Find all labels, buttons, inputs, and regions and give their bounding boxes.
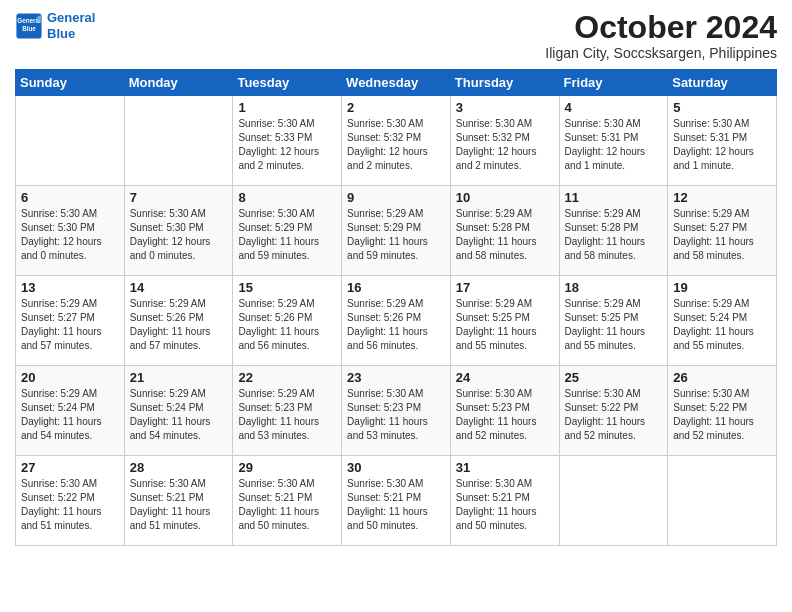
calendar-cell — [559, 456, 668, 546]
weekday-header: Saturday — [668, 70, 777, 96]
day-detail: Sunrise: 5:29 AM Sunset: 5:24 PM Dayligh… — [673, 297, 771, 353]
title-block: October 2024 Iligan City, Soccsksargen, … — [545, 10, 777, 61]
calendar-cell: 8Sunrise: 5:30 AM Sunset: 5:29 PM Daylig… — [233, 186, 342, 276]
day-detail: Sunrise: 5:30 AM Sunset: 5:33 PM Dayligh… — [238, 117, 336, 173]
day-detail: Sunrise: 5:29 AM Sunset: 5:24 PM Dayligh… — [21, 387, 119, 443]
calendar-cell: 6Sunrise: 5:30 AM Sunset: 5:30 PM Daylig… — [16, 186, 125, 276]
day-number: 7 — [130, 190, 228, 205]
calendar-cell: 23Sunrise: 5:30 AM Sunset: 5:23 PM Dayli… — [342, 366, 451, 456]
calendar-cell: 26Sunrise: 5:30 AM Sunset: 5:22 PM Dayli… — [668, 366, 777, 456]
calendar-cell: 14Sunrise: 5:29 AM Sunset: 5:26 PM Dayli… — [124, 276, 233, 366]
day-number: 18 — [565, 280, 663, 295]
logo-icon: General Blue — [15, 12, 43, 40]
calendar-cell: 30Sunrise: 5:30 AM Sunset: 5:21 PM Dayli… — [342, 456, 451, 546]
calendar-cell: 28Sunrise: 5:30 AM Sunset: 5:21 PM Dayli… — [124, 456, 233, 546]
day-number: 26 — [673, 370, 771, 385]
day-detail: Sunrise: 5:29 AM Sunset: 5:26 PM Dayligh… — [347, 297, 445, 353]
day-detail: Sunrise: 5:30 AM Sunset: 5:32 PM Dayligh… — [347, 117, 445, 173]
day-number: 30 — [347, 460, 445, 475]
svg-text:Blue: Blue — [22, 24, 36, 31]
calendar-cell: 5Sunrise: 5:30 AM Sunset: 5:31 PM Daylig… — [668, 96, 777, 186]
calendar-cell: 3Sunrise: 5:30 AM Sunset: 5:32 PM Daylig… — [450, 96, 559, 186]
calendar-cell: 22Sunrise: 5:29 AM Sunset: 5:23 PM Dayli… — [233, 366, 342, 456]
calendar-cell: 19Sunrise: 5:29 AM Sunset: 5:24 PM Dayli… — [668, 276, 777, 366]
weekday-header: Friday — [559, 70, 668, 96]
day-detail: Sunrise: 5:29 AM Sunset: 5:26 PM Dayligh… — [238, 297, 336, 353]
calendar-cell: 21Sunrise: 5:29 AM Sunset: 5:24 PM Dayli… — [124, 366, 233, 456]
calendar-cell — [124, 96, 233, 186]
day-detail: Sunrise: 5:30 AM Sunset: 5:31 PM Dayligh… — [673, 117, 771, 173]
page-header: General Blue General Blue October 2024 I… — [15, 10, 777, 61]
day-detail: Sunrise: 5:30 AM Sunset: 5:21 PM Dayligh… — [456, 477, 554, 533]
day-number: 6 — [21, 190, 119, 205]
day-detail: Sunrise: 5:29 AM Sunset: 5:27 PM Dayligh… — [673, 207, 771, 263]
weekday-header: Sunday — [16, 70, 125, 96]
day-detail: Sunrise: 5:30 AM Sunset: 5:22 PM Dayligh… — [21, 477, 119, 533]
day-number: 11 — [565, 190, 663, 205]
day-number: 10 — [456, 190, 554, 205]
weekday-header: Wednesday — [342, 70, 451, 96]
day-number: 22 — [238, 370, 336, 385]
day-number: 12 — [673, 190, 771, 205]
day-number: 19 — [673, 280, 771, 295]
day-number: 15 — [238, 280, 336, 295]
day-detail: Sunrise: 5:30 AM Sunset: 5:22 PM Dayligh… — [673, 387, 771, 443]
day-detail: Sunrise: 5:30 AM Sunset: 5:21 PM Dayligh… — [347, 477, 445, 533]
day-detail: Sunrise: 5:29 AM Sunset: 5:28 PM Dayligh… — [456, 207, 554, 263]
calendar-cell: 27Sunrise: 5:30 AM Sunset: 5:22 PM Dayli… — [16, 456, 125, 546]
calendar-cell: 2Sunrise: 5:30 AM Sunset: 5:32 PM Daylig… — [342, 96, 451, 186]
weekday-header-row: SundayMondayTuesdayWednesdayThursdayFrid… — [16, 70, 777, 96]
day-number: 14 — [130, 280, 228, 295]
day-detail: Sunrise: 5:30 AM Sunset: 5:23 PM Dayligh… — [347, 387, 445, 443]
day-number: 20 — [21, 370, 119, 385]
logo: General Blue General Blue — [15, 10, 95, 41]
weekday-header: Tuesday — [233, 70, 342, 96]
day-number: 5 — [673, 100, 771, 115]
calendar-cell: 10Sunrise: 5:29 AM Sunset: 5:28 PM Dayli… — [450, 186, 559, 276]
calendar-cell: 17Sunrise: 5:29 AM Sunset: 5:25 PM Dayli… — [450, 276, 559, 366]
day-number: 3 — [456, 100, 554, 115]
calendar-week-row: 13Sunrise: 5:29 AM Sunset: 5:27 PM Dayli… — [16, 276, 777, 366]
day-number: 28 — [130, 460, 228, 475]
day-number: 29 — [238, 460, 336, 475]
calendar-week-row: 20Sunrise: 5:29 AM Sunset: 5:24 PM Dayli… — [16, 366, 777, 456]
day-number: 27 — [21, 460, 119, 475]
calendar-cell: 13Sunrise: 5:29 AM Sunset: 5:27 PM Dayli… — [16, 276, 125, 366]
day-number: 24 — [456, 370, 554, 385]
day-number: 31 — [456, 460, 554, 475]
day-detail: Sunrise: 5:29 AM Sunset: 5:26 PM Dayligh… — [130, 297, 228, 353]
logo-text: General Blue — [47, 10, 95, 41]
day-number: 17 — [456, 280, 554, 295]
day-detail: Sunrise: 5:29 AM Sunset: 5:25 PM Dayligh… — [565, 297, 663, 353]
day-number: 25 — [565, 370, 663, 385]
day-number: 23 — [347, 370, 445, 385]
day-detail: Sunrise: 5:30 AM Sunset: 5:29 PM Dayligh… — [238, 207, 336, 263]
day-detail: Sunrise: 5:29 AM Sunset: 5:25 PM Dayligh… — [456, 297, 554, 353]
day-detail: Sunrise: 5:30 AM Sunset: 5:30 PM Dayligh… — [21, 207, 119, 263]
calendar-cell: 15Sunrise: 5:29 AM Sunset: 5:26 PM Dayli… — [233, 276, 342, 366]
calendar-cell: 18Sunrise: 5:29 AM Sunset: 5:25 PM Dayli… — [559, 276, 668, 366]
calendar-cell: 12Sunrise: 5:29 AM Sunset: 5:27 PM Dayli… — [668, 186, 777, 276]
day-detail: Sunrise: 5:29 AM Sunset: 5:23 PM Dayligh… — [238, 387, 336, 443]
weekday-header: Monday — [124, 70, 233, 96]
month-title: October 2024 — [545, 10, 777, 45]
calendar-cell: 11Sunrise: 5:29 AM Sunset: 5:28 PM Dayli… — [559, 186, 668, 276]
calendar-cell: 29Sunrise: 5:30 AM Sunset: 5:21 PM Dayli… — [233, 456, 342, 546]
calendar-table: SundayMondayTuesdayWednesdayThursdayFrid… — [15, 69, 777, 546]
day-detail: Sunrise: 5:30 AM Sunset: 5:32 PM Dayligh… — [456, 117, 554, 173]
calendar-cell: 9Sunrise: 5:29 AM Sunset: 5:29 PM Daylig… — [342, 186, 451, 276]
day-number: 1 — [238, 100, 336, 115]
day-detail: Sunrise: 5:30 AM Sunset: 5:21 PM Dayligh… — [238, 477, 336, 533]
calendar-cell — [16, 96, 125, 186]
day-detail: Sunrise: 5:30 AM Sunset: 5:30 PM Dayligh… — [130, 207, 228, 263]
calendar-cell: 20Sunrise: 5:29 AM Sunset: 5:24 PM Dayli… — [16, 366, 125, 456]
calendar-week-row: 27Sunrise: 5:30 AM Sunset: 5:22 PM Dayli… — [16, 456, 777, 546]
day-detail: Sunrise: 5:29 AM Sunset: 5:29 PM Dayligh… — [347, 207, 445, 263]
calendar-week-row: 6Sunrise: 5:30 AM Sunset: 5:30 PM Daylig… — [16, 186, 777, 276]
day-detail: Sunrise: 5:29 AM Sunset: 5:27 PM Dayligh… — [21, 297, 119, 353]
calendar-cell: 16Sunrise: 5:29 AM Sunset: 5:26 PM Dayli… — [342, 276, 451, 366]
day-detail: Sunrise: 5:30 AM Sunset: 5:31 PM Dayligh… — [565, 117, 663, 173]
day-detail: Sunrise: 5:30 AM Sunset: 5:21 PM Dayligh… — [130, 477, 228, 533]
day-detail: Sunrise: 5:30 AM Sunset: 5:22 PM Dayligh… — [565, 387, 663, 443]
calendar-week-row: 1Sunrise: 5:30 AM Sunset: 5:33 PM Daylig… — [16, 96, 777, 186]
